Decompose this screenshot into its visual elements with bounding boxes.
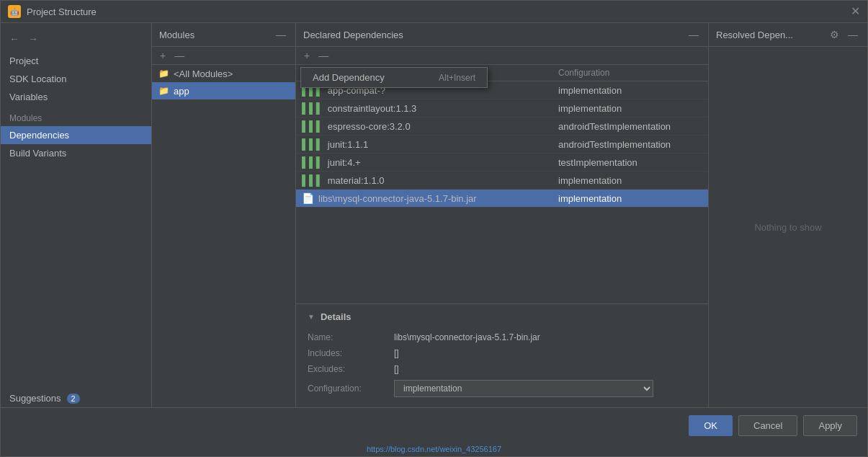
details-name-label: Name: xyxy=(308,332,394,342)
resolved-panel-header: Resolved Depen... ⚙ — xyxy=(709,23,867,47)
app-folder-icon: 📁 xyxy=(158,85,169,97)
details-name-row: Name: libs\mysql-connector-java-5.1.7-bi… xyxy=(308,329,697,345)
modules-panel-header: Modules — xyxy=(152,23,295,47)
add-dependency-menu: Add Dependency Alt+Insert xyxy=(300,67,488,88)
details-includes-value: [] xyxy=(394,348,399,358)
sidebar-item-project[interactable]: Project xyxy=(1,52,151,70)
sidebar-nav: ← → xyxy=(1,29,151,52)
forward-arrow[interactable]: → xyxy=(25,32,41,46)
dep-bar-icon-2: ▌▌▌ xyxy=(302,102,323,114)
deps-table: ▌▌▌ app-compat-? implementation ▌▌▌ cons… xyxy=(296,81,708,303)
dep-bar-icon-4: ▌▌▌ xyxy=(302,138,323,150)
dep-row-5[interactable]: ▌▌▌ junit:4.+ testImplementation xyxy=(296,154,708,172)
ok-button[interactable]: OK xyxy=(689,415,733,436)
bottom-bar: OK Cancel Apply xyxy=(1,407,867,443)
folder-icon: 📁 xyxy=(158,68,169,79)
modules-toolbar: + — xyxy=(152,47,295,65)
deps-toolbar: + — Add Dependency Alt+Insert xyxy=(296,47,708,65)
sidebar-item-dependencies[interactable]: Dependencies xyxy=(1,126,151,144)
resolved-panel-title: Resolved Depen... xyxy=(716,30,793,40)
dep-row-6[interactable]: ▌▌▌ material:1.1.0 implementation xyxy=(296,172,708,190)
deps-collapse-btn[interactable]: — xyxy=(686,29,701,40)
details-header[interactable]: ▼ Details xyxy=(308,311,697,322)
main-panels: Modules — + — 📁 <All Modules> 📁 xyxy=(152,23,867,407)
modules-add-btn[interactable]: + xyxy=(158,50,168,61)
resolved-panel: Resolved Depen... ⚙ — Nothing to show xyxy=(709,23,867,407)
config-select-wrap: implementation api compileOnly runtimeOn… xyxy=(394,380,653,397)
suggestions-badge: 2 xyxy=(67,394,80,404)
module-list: 📁 <All Modules> 📁 app xyxy=(152,65,295,407)
deps-add-btn[interactable]: + xyxy=(302,50,312,61)
modules-panel-actions: — xyxy=(274,29,288,40)
modules-collapse-btn[interactable]: — xyxy=(274,29,288,40)
deps-remove-btn[interactable]: — xyxy=(316,50,331,61)
title-bar: 🤖 Project Structure ✕ xyxy=(1,1,867,23)
dep-row-7[interactable]: 📄 libs\mysql-connector-java-5.1.7-bin.ja… xyxy=(296,190,708,208)
details-title: Details xyxy=(321,311,352,322)
dialog-title: Project Structure xyxy=(27,6,845,17)
details-name-value: libs\mysql-connector-java-5.1.7-bin.jar xyxy=(394,332,540,342)
details-includes-row: Includes: [] xyxy=(308,345,697,361)
sidebar: ← → Project SDK Location Variables Modul… xyxy=(1,23,152,407)
details-excludes-row: Excludes: [] xyxy=(308,361,697,377)
deps-panel-title: Declared Dependencies xyxy=(303,30,403,40)
deps-panel-header: Declared Dependencies — xyxy=(296,23,708,47)
sidebar-section-modules: Modules xyxy=(1,106,151,126)
details-excludes-value: [] xyxy=(394,364,399,374)
sidebar-item-suggestions[interactable]: Suggestions 2 xyxy=(1,389,151,407)
details-includes-label: Includes: xyxy=(308,348,394,358)
add-dependency-item[interactable]: Add Dependency Alt+Insert xyxy=(301,68,487,87)
apply-button[interactable]: Apply xyxy=(803,415,857,436)
module-app[interactable]: 📁 app xyxy=(152,82,295,99)
module-all-modules[interactable]: 📁 <All Modules> xyxy=(152,65,295,82)
dep-bar-icon-3: ▌▌▌ xyxy=(302,120,323,132)
content-area: ← → Project SDK Location Variables Modul… xyxy=(1,23,867,407)
details-section: ▼ Details Name: libs\mysql-connector-jav… xyxy=(296,303,708,407)
url-bar: https://blog.csdn.net/weixin_43256167 xyxy=(1,443,867,456)
dep-row-4[interactable]: ▌▌▌ junit:1.1.1 androidTestImplementatio… xyxy=(296,136,708,154)
add-dependency-shortcut: Alt+Insert xyxy=(439,73,475,83)
sidebar-item-sdk-location[interactable]: SDK Location xyxy=(1,70,151,88)
back-arrow[interactable]: ← xyxy=(6,32,22,46)
project-structure-dialog: 🤖 Project Structure ✕ ← → Project SDK Lo… xyxy=(0,0,868,457)
resolved-settings-btn[interactable]: ⚙ xyxy=(828,29,841,40)
sidebar-item-variables[interactable]: Variables xyxy=(1,88,151,106)
modules-panel-title: Modules xyxy=(159,30,194,40)
cancel-button[interactable]: Cancel xyxy=(738,415,797,436)
details-config-label: Configuration: xyxy=(308,383,394,394)
modules-panel: Modules — + — 📁 <All Modules> 📁 xyxy=(152,23,296,407)
add-dependency-label: Add Dependency xyxy=(313,72,385,83)
app-icon: 🤖 xyxy=(8,5,21,18)
sidebar-item-build-variants[interactable]: Build Variants xyxy=(1,144,151,162)
resolved-nothing-text: Nothing to show xyxy=(709,47,867,407)
modules-remove-btn[interactable]: — xyxy=(172,50,187,61)
dep-bar-icon-5: ▌▌▌ xyxy=(302,156,323,168)
details-excludes-label: Excludes: xyxy=(308,364,394,374)
deps-panel-actions: — xyxy=(686,29,701,40)
dep-row-2[interactable]: ▌▌▌ constraintlayout:1.1.3 implementatio… xyxy=(296,99,708,117)
details-triangle: ▼ xyxy=(308,313,315,321)
deps-panel: Declared Dependencies — + — Add Dependen… xyxy=(296,23,709,407)
config-select[interactable]: implementation api compileOnly runtimeOn… xyxy=(394,380,653,397)
details-config-row: Configuration: implementation api compil… xyxy=(308,377,697,400)
dep-bar-icon-6: ▌▌▌ xyxy=(302,174,323,186)
deps-col-config-header: Configuration xyxy=(558,68,702,78)
resolved-panel-actions: ⚙ — xyxy=(828,29,860,40)
dep-jar-icon-7: 📄 xyxy=(302,192,314,204)
dep-row-3[interactable]: ▌▌▌ espresso-core:3.2.0 androidTestImple… xyxy=(296,117,708,136)
close-button[interactable]: ✕ xyxy=(851,6,860,17)
resolved-collapse-btn[interactable]: — xyxy=(846,29,860,40)
